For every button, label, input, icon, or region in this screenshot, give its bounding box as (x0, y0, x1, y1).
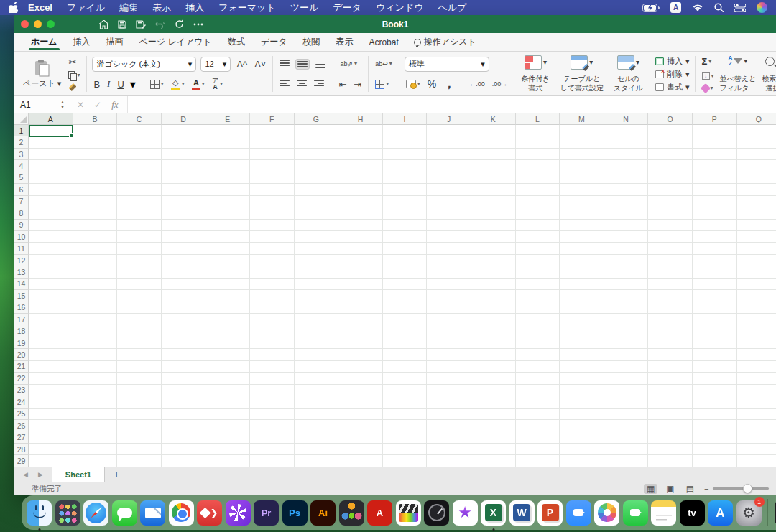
copy-button[interactable]: ▾ (67, 70, 81, 80)
cell-N11[interactable] (604, 243, 649, 254)
cell-A5[interactable] (29, 172, 73, 184)
cell-H12[interactable] (338, 255, 383, 266)
cell-D14[interactable] (162, 279, 206, 290)
cell-K14[interactable] (471, 279, 516, 290)
cell-K6[interactable] (471, 184, 516, 195)
cell-K7[interactable] (471, 196, 516, 207)
cell-N7[interactable] (604, 196, 649, 207)
cell-J4[interactable] (427, 160, 471, 172)
fill-color-button[interactable]: ◇▾ (170, 78, 186, 90)
select-all-corner[interactable] (14, 113, 29, 125)
cell-K19[interactable] (471, 337, 516, 349)
dock-item-settings[interactable]: ⚙1 (736, 500, 762, 526)
dock-item-safari[interactable] (83, 500, 109, 526)
row-header-14[interactable]: 14 (14, 279, 29, 290)
cell-C12[interactable] (117, 255, 162, 266)
cell-M21[interactable] (560, 361, 604, 373)
cell-L23[interactable] (516, 385, 560, 396)
column-header-C[interactable]: C (117, 113, 162, 125)
cell-M15[interactable] (560, 290, 604, 302)
merge-center-button[interactable]: ▾ (374, 79, 390, 90)
cell-O17[interactable] (648, 314, 693, 325)
dock-item-affinity-photo[interactable] (225, 500, 251, 526)
cell-H13[interactable] (338, 266, 383, 278)
row-header-7[interactable]: 7 (14, 196, 29, 207)
cell-P26[interactable] (693, 420, 737, 431)
cell-E28[interactable] (205, 444, 250, 455)
cell-I17[interactable] (383, 314, 428, 325)
cell-D18[interactable] (162, 325, 206, 337)
row-header-27[interactable]: 27 (14, 431, 29, 443)
increase-font-size-button[interactable]: A^ (235, 58, 249, 70)
cell-P8[interactable] (693, 207, 737, 219)
cell-D24[interactable] (162, 396, 206, 408)
number-format-select[interactable]: 標準▾ (405, 57, 489, 72)
cell-G25[interactable] (295, 409, 339, 420)
enter-entry-icon[interactable]: ✓ (94, 100, 101, 110)
cell-F12[interactable] (250, 255, 295, 266)
siri-icon[interactable] (757, 2, 767, 13)
row-header-20[interactable]: 20 (14, 349, 29, 360)
cell-E7[interactable] (205, 196, 250, 207)
cell-P12[interactable] (693, 255, 737, 266)
cell-F8[interactable] (250, 207, 295, 219)
cell-J15[interactable] (427, 290, 471, 302)
cell-E27[interactable] (205, 431, 250, 443)
dock-item-notes[interactable] (650, 500, 677, 526)
cell-O10[interactable] (648, 231, 693, 243)
cell-P1[interactable] (693, 125, 737, 136)
row-header-21[interactable]: 21 (14, 361, 29, 373)
conditional-formatting-button[interactable]: ▾ 条件付き書式 (519, 55, 551, 93)
cell-E5[interactable] (205, 172, 250, 184)
cell-J11[interactable] (427, 243, 471, 254)
cell-J13[interactable] (427, 266, 471, 278)
cell-Q7[interactable] (737, 196, 776, 207)
cell-G14[interactable] (295, 279, 339, 290)
cell-B28[interactable] (73, 444, 118, 455)
cell-N9[interactable] (604, 220, 649, 231)
cell-B6[interactable] (73, 184, 118, 195)
decrease-font-size-button[interactable]: A˅ (253, 58, 267, 70)
page-layout-view-button[interactable]: ▣ (663, 484, 677, 494)
cell-B24[interactable] (73, 396, 118, 408)
cell-I8[interactable] (383, 207, 428, 219)
cell-M1[interactable] (560, 125, 604, 136)
cell-P14[interactable] (693, 279, 737, 290)
cell-Q24[interactable] (737, 396, 776, 408)
cell-P21[interactable] (693, 361, 737, 373)
zoom-slider-knob[interactable] (743, 484, 752, 493)
row-header-12[interactable]: 12 (14, 255, 29, 266)
cell-F26[interactable] (250, 420, 295, 431)
cell-N2[interactable] (604, 136, 649, 148)
cell-M11[interactable] (560, 243, 604, 254)
cell-G16[interactable] (295, 302, 339, 314)
cell-D20[interactable] (162, 349, 206, 360)
cell-E13[interactable] (205, 266, 250, 278)
cell-A1[interactable] (29, 125, 73, 136)
cell-P16[interactable] (693, 302, 737, 314)
format-as-table-button[interactable]: ▾ テーブルとして書式設定 (559, 55, 605, 93)
cell-J14[interactable] (427, 279, 471, 290)
cell-F22[interactable] (250, 373, 295, 384)
italic-button[interactable]: I (106, 78, 111, 90)
row-header-10[interactable]: 10 (14, 231, 29, 243)
cell-K17[interactable] (471, 314, 516, 325)
dock-item-photoshop[interactable]: Ps (282, 500, 308, 526)
column-header-M[interactable]: M (560, 113, 604, 125)
cell-G28[interactable] (295, 444, 339, 455)
cell-E11[interactable] (205, 243, 250, 254)
cell-F27[interactable] (250, 431, 295, 443)
cell-N3[interactable] (604, 149, 649, 160)
format-cells-button[interactable]: 書式▾ (655, 80, 690, 93)
find-select-button[interactable]: ▾ 検索と選択 (760, 55, 776, 93)
wrap-text-button[interactable]: ab↩▾ (374, 60, 394, 68)
cell-G7[interactable] (295, 196, 339, 207)
cell-E4[interactable] (205, 160, 250, 172)
cell-B11[interactable] (73, 243, 118, 254)
menu-item-編集[interactable]: 編集 (112, 0, 145, 15)
column-header-Q[interactable]: Q (737, 113, 776, 125)
cell-O15[interactable] (648, 290, 693, 302)
cell-D12[interactable] (162, 255, 206, 266)
cell-L29[interactable] (516, 455, 560, 467)
row-header-11[interactable]: 11 (14, 243, 29, 254)
